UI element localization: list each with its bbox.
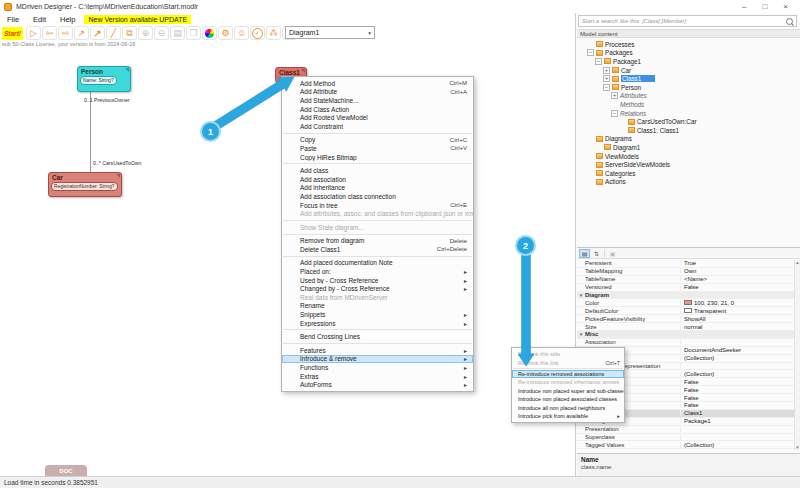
access-groups-button[interactable]: ☺: [234, 26, 249, 40]
menu-placed-on[interactable]: Placed on: ▸: [282, 267, 473, 276]
tree-node-diagrams[interactable]: Diagrams: [577, 135, 800, 144]
property-grid-scrollbar[interactable]: ▲ ▼: [794, 260, 800, 450]
start-button[interactable]: Start!: [2, 27, 23, 40]
menu-show-state-diagram[interactable]: Show State diagram...: [282, 223, 473, 232]
tree-node-actions[interactable]: Actions: [577, 178, 800, 187]
presentation-mode-button[interactable]: ⧉: [122, 26, 137, 40]
auto-layout-button[interactable]: ⁂: [266, 26, 281, 40]
tree-node-categories[interactable]: Categories: [577, 169, 800, 178]
menu-separator[interactable]: [283, 234, 472, 235]
class-box-person[interactable]: Person Name: String?: [77, 66, 131, 92]
submenu-introduce-neighbours[interactable]: Introduce all non placed neighbours: [512, 403, 624, 411]
submenu-introduce-pick[interactable]: Introduce pick from available ▸: [512, 412, 624, 420]
prop-defaultcolor[interactable]: DefaultColor Transparent: [577, 307, 794, 315]
menu-autoforms[interactable]: AutoForms ▸: [282, 380, 473, 389]
play-button[interactable]: ▷: [26, 26, 41, 40]
submenu-introduce-super-sub[interactable]: Introduce non placed super and sub-class…: [512, 387, 624, 395]
menu-add-method[interactable]: Add Method Ctrl+M: [282, 79, 473, 88]
menu-remove-from-diagram[interactable]: Remove from diagram Delete: [282, 237, 473, 246]
menubar-file[interactable]: File: [0, 15, 26, 24]
menu-add-attribute[interactable]: Add Attribute Ctrl+A: [282, 88, 473, 97]
prop-persistent[interactable]: Persistent True: [577, 260, 794, 268]
doc-tab[interactable]: DOC: [45, 465, 87, 476]
prop-versioned[interactable]: Versioned False: [577, 284, 794, 292]
prop-presentation[interactable]: Presentation: [577, 426, 794, 434]
submenu-reintroduce-associations[interactable]: Re-introduce removed associations: [512, 370, 624, 378]
tree-expander-icon[interactable]: +: [603, 75, 610, 82]
pointer-arrow-button[interactable]: ↗: [74, 26, 89, 40]
prop-color[interactable]: Color 100, 230, 21, 0: [577, 299, 794, 307]
tree-expander-icon[interactable]: +: [611, 92, 618, 99]
submenu-reintroduce-inheritance[interactable]: Re-introduce removed inheritance arrows: [512, 378, 624, 386]
menu-separator[interactable]: [283, 220, 472, 221]
menu-add-from-clipboard[interactable]: Add attributes, assoc. and classes from …: [282, 209, 473, 218]
menu-separator[interactable]: [513, 368, 623, 369]
categorized-view-button[interactable]: ▤: [579, 249, 590, 258]
menu-add-class[interactable]: Add class: [282, 166, 473, 175]
tree-expander-icon[interactable]: +: [603, 67, 610, 74]
menu-bend-crossing-lines[interactable]: Bend Crossing Lines: [282, 332, 473, 341]
prop-tablemapping[interactable]: TableMapping Own: [577, 268, 794, 276]
menu-changed-by[interactable]: Changed by - Cross Reference ▸: [282, 284, 473, 293]
menu-add-statemachine[interactable]: Add StateMachine...: [282, 96, 473, 105]
submenu-rethink-link[interactable]: Re-think this link Ctrl+T: [512, 358, 624, 366]
class-attribute[interactable]: Name: String?: [80, 76, 117, 85]
submenu-rethink-side[interactable]: Re-think this side: [512, 350, 624, 358]
menu-extras[interactable]: Extras ▸: [282, 372, 473, 381]
tree-node-viewmodels[interactable]: ViewModels: [577, 152, 800, 161]
tree-node-processes[interactable]: Processes: [577, 40, 800, 49]
menu-paste[interactable]: Paste Ctrl+V: [282, 144, 473, 153]
tree-node-package1[interactable]: − Package1: [577, 57, 800, 66]
copy-bitmap-button[interactable]: ❐: [186, 26, 201, 40]
prop-category-diagram[interactable]: ▾ Diagram: [577, 292, 794, 300]
menu-add-association-class-connection[interactable]: Add association class connection: [282, 192, 473, 201]
menu-real-data[interactable]: Real data from MDrivenServer: [282, 293, 473, 302]
menu-rename[interactable]: Rename: [282, 302, 473, 311]
menu-separator[interactable]: [283, 256, 472, 257]
menu-focus-in-tree[interactable]: Focus in tree Ctrl+E: [282, 201, 473, 210]
menu-add-doc-note[interactable]: Add placed documentation Note: [282, 259, 473, 268]
association-arrow-button[interactable]: ↗: [90, 26, 105, 40]
menu-separator[interactable]: [283, 329, 472, 330]
tree-node-carsusedtoown-car[interactable]: CarsUsedToOwn:Car: [577, 117, 800, 126]
menu-copy-hires-bitmap[interactable]: Copy HiRes Bitmap: [282, 153, 473, 162]
menu-separator[interactable]: [283, 133, 472, 134]
minimize-button[interactable]: –: [742, 2, 746, 12]
menubar-help[interactable]: Help: [53, 15, 82, 24]
menu-add-association[interactable]: Add association: [282, 175, 473, 184]
alphabetical-view-button[interactable]: ⇅: [591, 249, 602, 258]
scroll-down-icon[interactable]: ▼: [795, 445, 799, 450]
update-notice[interactable]: New Version available UPDATE: [84, 15, 191, 24]
scroll-up-icon[interactable]: ▲: [795, 260, 799, 265]
search-input[interactable]: [582, 18, 786, 24]
property-pages-button[interactable]: ▣: [607, 249, 618, 258]
tree-expander-icon[interactable]: −: [603, 84, 610, 91]
prop-superclass[interactable]: Superclass: [577, 434, 794, 442]
validate-button[interactable]: ✓: [250, 26, 265, 40]
tree-node-person[interactable]: − Person: [577, 83, 800, 92]
menubar-edit[interactable]: Edit: [26, 15, 53, 24]
menu-separator[interactable]: [283, 163, 472, 164]
diagram-selector[interactable]: Diagram1 ▾: [285, 26, 375, 39]
color-wheel-button[interactable]: [202, 26, 217, 40]
toolbar-separator[interactable]: [604, 249, 605, 257]
menu-add-constraint[interactable]: Add Constraint: [282, 122, 473, 131]
line-tool-button[interactable]: ╱: [106, 26, 121, 40]
zoom-out-button[interactable]: ⊖: [154, 26, 169, 40]
menu-delete-class1[interactable]: Delete Class1 Ctrl+Delete: [282, 245, 473, 254]
menu-functions[interactable]: Functions ▸: [282, 363, 473, 372]
prop-size[interactable]: Size normal: [577, 323, 794, 331]
tree-node-class1-class1[interactable]: Class1: Class1: [577, 126, 800, 135]
tree-expander-icon[interactable]: −: [595, 58, 602, 65]
association-line[interactable]: [90, 92, 91, 172]
prop-association[interactable]: Association: [577, 339, 794, 347]
close-button[interactable]: ×: [783, 2, 788, 12]
menu-separator[interactable]: [283, 343, 472, 344]
prop-category-misc[interactable]: ▾ Misc: [577, 331, 794, 339]
save-button[interactable]: ▤: [170, 26, 185, 40]
prop-tablename[interactable]: TableName <Name>: [577, 276, 794, 284]
prop-taggedvalues[interactable]: Tagged Values (Collection): [577, 441, 794, 449]
tree-node-serversideviewmodels[interactable]: ServerSideViewModels: [577, 160, 800, 169]
tree-node-methods[interactable]: Methods: [577, 100, 800, 109]
menu-used-by[interactable]: Used by - Cross Reference ▸: [282, 276, 473, 285]
